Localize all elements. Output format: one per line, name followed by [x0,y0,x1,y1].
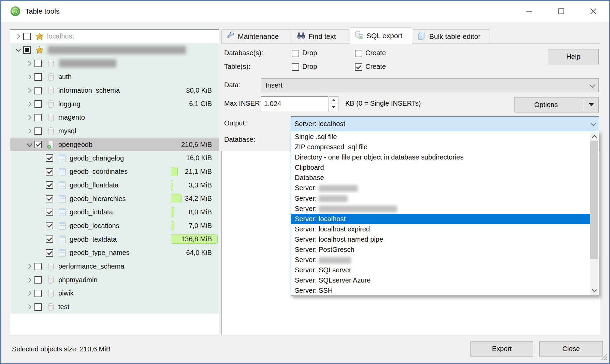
tab-find-text[interactable]: Find text [292,29,349,43]
expand-icon[interactable] [24,275,34,285]
collapse-icon[interactable] [13,45,23,55]
tree-checkbox-checked[interactable] [46,181,53,189]
tab-bulk-table-editor[interactable]: Bulk table editor [413,29,490,43]
dropdown-scrollbar[interactable] [590,132,598,295]
tree-row-geodb_changelog[interactable]: geodb_changelog16,0 KiB [10,151,219,165]
scrollbar-down-button[interactable] [590,286,598,295]
stepper-down-button[interactable] [329,104,338,111]
expand-icon[interactable] [24,126,34,136]
collapse-icon[interactable] [24,139,34,150]
max-insert-input[interactable] [261,96,328,111]
tree-row-redacted[interactable] [10,43,219,57]
tables-create-checkbox[interactable] [355,63,362,71]
expand-icon[interactable] [13,31,23,42]
tree-checkbox-unchecked[interactable] [34,87,42,94]
dropdown-item-server-redacted[interactable]: Server: [291,255,590,265]
tree-row-phpmyadmin[interactable]: phpmyadmin [10,273,219,287]
tree-row-piwik[interactable]: piwik [10,287,219,300]
dropdown-item-directory-one-file-per-object-in-database-subdirectories[interactable]: Directory - one file per object in datab… [291,152,590,162]
tree-checkbox-unchecked[interactable] [23,33,31,40]
expand-icon[interactable] [24,261,34,272]
tree-row-test[interactable]: test [10,300,219,314]
table-icon [56,195,68,203]
scrollbar-thumb[interactable] [590,141,598,259]
close-button[interactable] [577,1,609,22]
dropdown-item-single-sql-file[interactable]: Single .sql file [291,132,590,142]
tab-maintenance[interactable]: Maintenance [221,29,291,43]
tree-checkbox-unchecked[interactable] [34,303,42,311]
expand-icon[interactable] [24,58,34,69]
dropdown-item-server-localhost[interactable]: Server: localhost [291,214,590,224]
expand-icon[interactable] [24,288,34,299]
dropdown-item-server-postgresch[interactable]: Server: PostGresch [291,244,590,255]
tree-row-geodb_type_names[interactable]: geodb_type_names64,0 KiB [10,246,219,260]
dropdown-item-zip-compressed-sql-file[interactable]: ZIP compressed .sql file [291,142,590,152]
tree-checkbox-indeterminate[interactable] [23,46,31,54]
databases-create-checkbox[interactable] [355,50,362,57]
tree-row-localhost[interactable]: localhost [10,30,219,43]
tab-sql-export[interactable]: SQL export [350,27,412,44]
dropdown-item-server-localhost-named-pipe[interactable]: Server: localhost named pipe [291,234,590,244]
tree-checkbox-unchecked[interactable] [34,263,42,270]
scrollbar-up-button[interactable] [590,132,598,141]
tree-checkbox-unchecked[interactable] [34,73,42,81]
tree-row-magento[interactable]: magento [10,111,219,124]
data-mode-select[interactable]: Insert [261,78,599,92]
tree-checkbox-checked[interactable] [46,154,53,162]
tree-row-geodb_floatdata[interactable]: geodb_floatdata3,3 MiB [10,179,219,192]
tree-checkbox-checked[interactable] [34,141,42,148]
tree-checkbox-checked[interactable] [46,222,53,229]
dropdown-item-server-redacted[interactable]: Server: [291,203,590,214]
tree-row-logging[interactable]: logging6,1 GiB [10,97,219,111]
export-button[interactable]: Export [470,341,533,357]
tables-drop-checkbox[interactable] [292,63,299,71]
tree-row-performance_schema[interactable]: performance_schema [10,260,219,273]
tree-checkbox-checked[interactable] [46,249,53,257]
tree-checkbox-unchecked[interactable] [34,100,42,108]
tree-row-geodb_locations[interactable]: geodb_locations7,0 MiB [10,219,219,233]
dropdown-item-server-ssh[interactable]: Server: SSH [291,285,590,295]
title-bar[interactable]: HS Table tools [1,1,609,22]
tree-row-mysql[interactable]: mysql [10,124,219,138]
resize-grip[interactable] [599,352,608,362]
tree-row-information_schema[interactable]: information_schema80,0 KiB [10,84,219,97]
tree-checkbox-checked[interactable] [46,168,53,176]
dropdown-item-database[interactable]: Database [291,172,590,183]
tree-checkbox-checked[interactable] [46,209,53,216]
tree-row-auth[interactable]: auth [10,70,219,84]
tree-checkbox-checked[interactable] [46,195,53,202]
tree-row-opengeodb[interactable]: opengeodb210,6 MiB [10,138,219,152]
tree-row-redacted[interactable] [10,57,219,70]
expand-icon[interactable] [24,72,34,82]
options-button[interactable]: Options [514,97,599,112]
dropdown-item-server-redacted[interactable]: Server: [291,183,590,193]
tree-row-geodb_coordinates[interactable]: geodb_coordinates21,1 MiB [10,165,219,179]
output-select[interactable]: Server: localhost [291,116,599,131]
tree-row-geodb_textdata[interactable]: geodb_textdata136,8 MiB [10,232,219,246]
tree-row-geodb_hierarchies[interactable]: geodb_hierarchies34,2 MiB [10,192,219,206]
tree-item-label: performance_schema [58,262,124,270]
tree-checkbox-unchecked[interactable] [34,127,42,135]
database-icon [45,275,57,284]
expand-icon[interactable] [24,302,34,312]
maximize-button[interactable] [545,1,577,22]
dropdown-item-server-sqlserver-azure[interactable]: Server: SQLserver Azure [291,275,590,285]
databases-drop-checkbox[interactable] [292,50,299,57]
dropdown-item-server-redacted[interactable]: Server: [291,193,590,203]
dropdown-item-server-localhost-expired[interactable]: Server: localhost expired [291,224,590,234]
close-dialog-button[interactable]: Close [539,341,603,357]
expand-icon[interactable] [24,86,34,96]
tree-checkbox-unchecked[interactable] [34,60,42,67]
minimize-button[interactable] [513,1,545,22]
tree-checkbox-unchecked[interactable] [34,276,42,284]
stepper-up-button[interactable] [329,96,338,104]
help-button[interactable]: Help [548,49,599,64]
expand-icon[interactable] [24,112,34,123]
dropdown-item-clipboard[interactable]: Clipboard [291,162,590,172]
tree-checkbox-unchecked[interactable] [34,290,42,297]
tree-checkbox-unchecked[interactable] [34,114,42,121]
tree-row-geodb_intdata[interactable]: geodb_intdata8,0 MiB [10,206,219,219]
dropdown-item-server-sqlserver[interactable]: Server: SQLserver [291,265,590,275]
tree-checkbox-checked[interactable] [46,236,53,243]
expand-icon[interactable] [24,99,34,109]
